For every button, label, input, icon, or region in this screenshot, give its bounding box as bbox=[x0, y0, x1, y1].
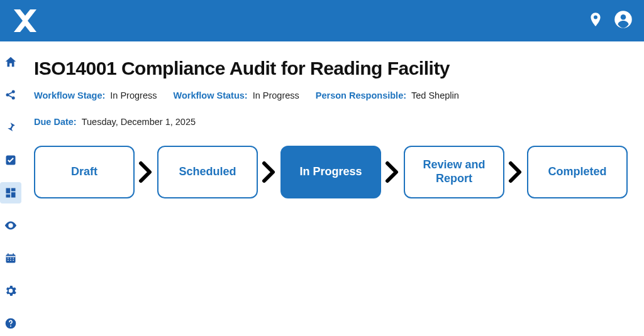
svg-rect-6 bbox=[6, 188, 11, 193]
meta-label: Due Date: bbox=[34, 117, 77, 127]
stage-review-and-report[interactable]: Review and Report bbox=[404, 146, 504, 198]
checkbox-icon bbox=[4, 154, 17, 166]
top-header bbox=[0, 0, 644, 41]
header-actions bbox=[587, 10, 633, 31]
logo-x-icon bbox=[11, 7, 39, 35]
meta-person-responsible: Person Responsible: Ted Sheplin bbox=[316, 90, 459, 100]
meta-label: Workflow Stage: bbox=[34, 90, 105, 100]
chevron-right-icon bbox=[262, 161, 277, 183]
sidebar-item-pin[interactable] bbox=[0, 117, 21, 138]
sidebar bbox=[0, 41, 21, 336]
share-icon bbox=[4, 89, 17, 101]
meta-label: Person Responsible: bbox=[316, 90, 406, 100]
chevron-right-icon bbox=[138, 161, 153, 183]
sidebar-item-visibility[interactable] bbox=[0, 215, 21, 236]
pin-icon bbox=[4, 121, 17, 134]
body: ISO14001 Compliance Audit for Reading Fa… bbox=[0, 41, 644, 336]
svg-point-2 bbox=[6, 94, 9, 97]
eye-icon bbox=[4, 219, 18, 232]
app-logo[interactable] bbox=[11, 7, 39, 35]
sidebar-item-share[interactable] bbox=[0, 84, 21, 106]
meta-due-date: Due Date: Tuesday, December 1, 2025 bbox=[34, 117, 196, 127]
stage-draft[interactable]: Draft bbox=[34, 146, 135, 198]
chevron-right-icon bbox=[385, 161, 400, 183]
stage-label: Review and Report bbox=[411, 158, 497, 185]
home-icon bbox=[4, 55, 18, 69]
main-content: ISO14001 Compliance Audit for Reading Fa… bbox=[21, 41, 644, 336]
meta-label: Workflow Status: bbox=[173, 90, 247, 100]
help-icon bbox=[4, 317, 17, 330]
stage-completed[interactable]: Completed bbox=[527, 146, 628, 198]
svg-point-10 bbox=[9, 224, 12, 227]
svg-point-14 bbox=[10, 325, 11, 327]
sidebar-item-home[interactable] bbox=[0, 51, 21, 73]
sidebar-item-dashboard[interactable] bbox=[0, 182, 21, 203]
dashboard-icon bbox=[4, 187, 17, 199]
meta-row: Workflow Stage: In Progress Workflow Sta… bbox=[34, 90, 628, 127]
meta-value: In Progress bbox=[110, 90, 157, 100]
chevron-right-icon bbox=[508, 161, 523, 183]
stage-label: Draft bbox=[71, 165, 97, 179]
sidebar-item-help[interactable] bbox=[0, 313, 21, 334]
page-title: ISO14001 Compliance Audit for Reading Fa… bbox=[34, 58, 628, 79]
gear-icon bbox=[4, 284, 18, 298]
location-pin-icon[interactable] bbox=[587, 11, 604, 30]
svg-point-3 bbox=[12, 90, 15, 94]
meta-workflow-status: Workflow Status: In Progress bbox=[173, 90, 299, 100]
svg-rect-8 bbox=[11, 192, 16, 197]
meta-workflow-stage: Workflow Stage: In Progress bbox=[34, 90, 157, 100]
stage-label: In Progress bbox=[299, 165, 362, 179]
stage-label: Scheduled bbox=[179, 165, 236, 179]
sidebar-item-settings[interactable] bbox=[0, 280, 21, 301]
meta-value: In Progress bbox=[253, 90, 299, 100]
svg-point-4 bbox=[12, 97, 15, 100]
sidebar-item-checkbox[interactable] bbox=[0, 149, 21, 171]
user-account-icon[interactable] bbox=[614, 10, 633, 31]
stage-scheduled[interactable]: Scheduled bbox=[157, 146, 258, 198]
workflow-stages: Draft Scheduled In Progress Review and R… bbox=[34, 146, 628, 198]
svg-point-1 bbox=[621, 14, 626, 20]
calendar-icon bbox=[4, 252, 17, 264]
svg-rect-7 bbox=[11, 188, 16, 192]
meta-value: Tuesday, December 1, 2025 bbox=[82, 117, 196, 127]
svg-rect-9 bbox=[6, 195, 11, 198]
sidebar-item-calendar[interactable] bbox=[0, 247, 21, 269]
meta-value: Ted Sheplin bbox=[411, 90, 459, 100]
stage-label: Completed bbox=[548, 165, 606, 179]
stage-in-progress[interactable]: In Progress bbox=[280, 146, 381, 198]
